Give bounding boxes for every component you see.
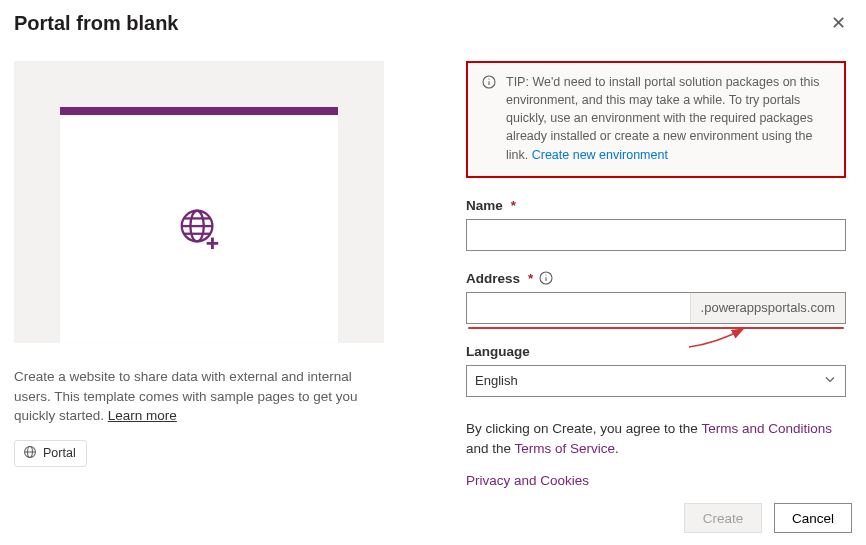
svg-point-12 (488, 78, 489, 79)
info-icon[interactable] (539, 271, 553, 285)
annotation-underline (468, 327, 844, 329)
language-label: Language (466, 344, 846, 359)
close-icon: ✕ (831, 13, 846, 33)
globe-plus-icon (176, 205, 222, 254)
globe-icon (23, 445, 37, 462)
address-suffix: .powerappsportals.com (690, 293, 845, 323)
tip-text: TIP: We'd need to install portal solutio… (506, 73, 830, 164)
name-label: Name* (466, 198, 846, 213)
legal-text: By clicking on Create, you agree to the … (466, 419, 846, 460)
preview-card (60, 107, 338, 343)
privacy-link[interactable]: Privacy and Cookies (466, 473, 589, 488)
cancel-button[interactable]: Cancel (774, 503, 852, 533)
address-label: Address* (466, 271, 846, 286)
terms-conditions-link[interactable]: Terms and Conditions (701, 421, 832, 436)
category-tag: Portal (14, 440, 87, 467)
learn-more-link[interactable]: Learn more (108, 408, 177, 423)
category-tag-label: Portal (43, 446, 76, 460)
template-preview (14, 61, 384, 343)
tip-banner: TIP: We'd need to install portal solutio… (466, 61, 846, 178)
template-description: Create a website to share data with exte… (14, 367, 384, 426)
language-select[interactable]: English (466, 365, 846, 397)
dialog-title: Portal from blank (14, 12, 178, 35)
svg-point-15 (546, 275, 547, 276)
info-icon (482, 75, 496, 164)
create-environment-link[interactable]: Create new environment (532, 148, 668, 162)
create-button[interactable]: Create (684, 503, 762, 533)
close-button[interactable]: ✕ (825, 12, 852, 34)
name-input[interactable] (466, 219, 846, 251)
terms-service-link[interactable]: Terms of Service (515, 441, 616, 456)
address-input[interactable] (467, 293, 690, 323)
